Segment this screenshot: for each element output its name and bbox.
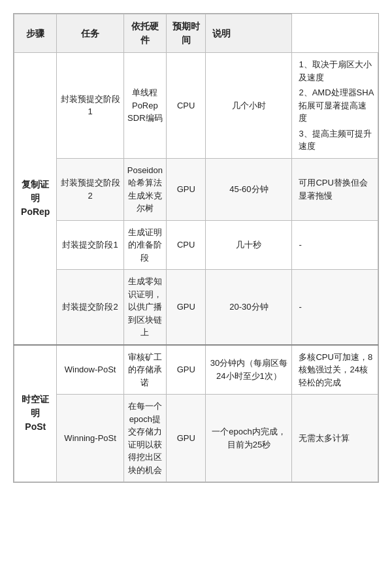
header-step: 步骤 bbox=[14, 14, 57, 53]
cell-hardware: GPU bbox=[166, 345, 206, 395]
cell-step: Window-PoSt bbox=[57, 345, 123, 395]
cell-task: 单线程PoRep SDR编码 bbox=[123, 53, 166, 159]
cell-task: 审核矿工的存储承诺 bbox=[123, 345, 166, 395]
cell-time: 几个小时 bbox=[206, 53, 292, 159]
cell-desc: 无需太多计算 bbox=[292, 395, 378, 482]
desc-line: 1、取决于扇区大小及速度 bbox=[299, 58, 374, 84]
cell-hardware: GPU bbox=[166, 270, 206, 345]
main-table-wrapper: 步骤 任务 依托硬件 预期时间 说明 复制证明PoRep封装预提交阶段1单线程P… bbox=[13, 13, 379, 483]
desc-line: 3、提高主频可提升速度 bbox=[299, 127, 374, 153]
cell-time: 30分钟内（每扇区每24小时至少1次） bbox=[206, 345, 292, 395]
cell-desc: - bbox=[292, 270, 378, 345]
cell-step: Winning-PoSt bbox=[57, 395, 123, 482]
cell-hardware: CPU bbox=[166, 53, 206, 159]
cell-hardware: CPU bbox=[166, 220, 206, 270]
cell-time: 几十秒 bbox=[206, 220, 292, 270]
cell-hardware: GPU bbox=[166, 158, 206, 220]
desc-line: 2、AMD处理器SHA拓展可显著提高速度 bbox=[299, 86, 374, 125]
cell-step: 封装预提交阶段2 bbox=[57, 158, 123, 220]
header-time: 预期时间 bbox=[166, 14, 206, 53]
cell-task: 在每一个epoch提交存储力证明以获得挖出区块的机会 bbox=[123, 395, 166, 482]
cell-step: 封装提交阶段1 bbox=[57, 220, 123, 270]
header-task: 任务 bbox=[57, 14, 123, 53]
cell-hardware: GPU bbox=[166, 395, 206, 482]
header-hw: 依托硬件 bbox=[123, 14, 166, 53]
main-table: 步骤 任务 依托硬件 预期时间 说明 复制证明PoRep封装预提交阶段1单线程P… bbox=[14, 14, 378, 482]
cell-desc: - bbox=[292, 220, 378, 270]
cell-step: 封装预提交阶段1 bbox=[57, 53, 123, 159]
cell-time: 一个epoch内完成，目前为25秒 bbox=[206, 395, 292, 482]
cell-time: 45-60分钟 bbox=[206, 158, 292, 220]
cell-desc: 可用CPU替换但会显著拖慢 bbox=[292, 158, 378, 220]
header-desc: 说明 bbox=[206, 14, 292, 53]
cell-desc: 多核CPU可加速，8核勉强过关，24核轻松的完成 bbox=[292, 345, 378, 395]
group-label-1: 时空证明PoSt bbox=[14, 345, 57, 482]
cell-desc: 1、取决于扇区大小及速度2、AMD处理器SHA拓展可显著提高速度3、提高主频可提… bbox=[292, 53, 378, 159]
cell-step: 封装提交阶段2 bbox=[57, 270, 123, 345]
cell-task: 生成零知识证明，以供广播到区块链上 bbox=[123, 270, 166, 345]
group-label-0: 复制证明PoRep bbox=[14, 53, 57, 345]
cell-time: 20-30分钟 bbox=[206, 270, 292, 345]
header-row: 步骤 任务 依托硬件 预期时间 说明 bbox=[14, 14, 378, 53]
cell-task: 生成证明的准备阶段 bbox=[123, 220, 166, 270]
cell-task: Poseidon哈希算法生成米克尔树 bbox=[123, 158, 166, 220]
